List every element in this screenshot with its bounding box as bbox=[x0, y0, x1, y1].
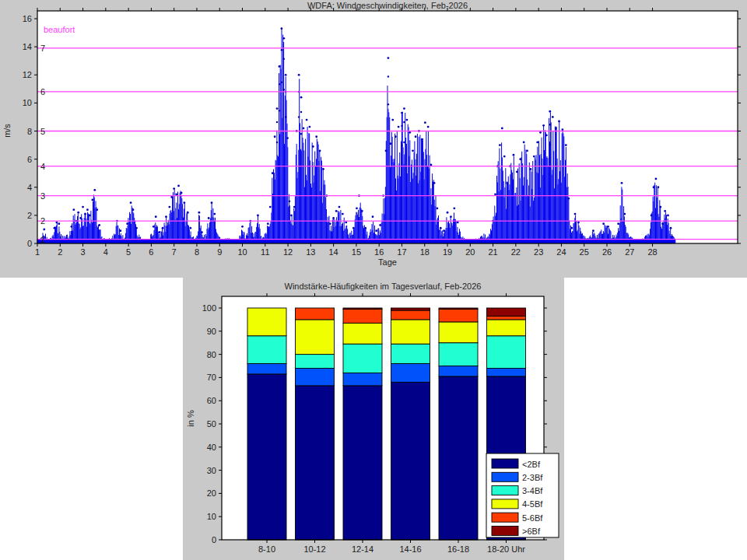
data-marker bbox=[617, 222, 619, 225]
bar-segment-3-4Bf bbox=[247, 336, 286, 364]
data-marker bbox=[670, 227, 672, 229]
data-marker bbox=[403, 142, 405, 143]
wind-chart-ylabel: m/s bbox=[2, 124, 12, 138]
data-marker bbox=[98, 224, 100, 226]
data-marker bbox=[257, 214, 259, 216]
data-marker bbox=[542, 124, 545, 127]
data-marker bbox=[300, 96, 303, 99]
data-marker bbox=[352, 227, 355, 229]
data-marker bbox=[281, 82, 282, 83]
data-marker bbox=[183, 201, 185, 204]
bar-segment-2-3Bf bbox=[439, 366, 478, 376]
data-marker bbox=[155, 215, 157, 218]
data-marker bbox=[86, 208, 89, 211]
wind-speed-axes: 1234567024681012141612345678910111213141… bbox=[23, 8, 741, 257]
beaufort-line-label: 7 bbox=[40, 44, 45, 53]
legend-label: 4-5Bf bbox=[522, 499, 543, 509]
bar-segment-2-3Bf bbox=[296, 368, 335, 385]
data-marker bbox=[213, 213, 216, 215]
data-marker bbox=[361, 210, 363, 212]
data-marker bbox=[427, 126, 430, 128]
frequency-axes: 01020304050607080901008-1010-1212-1414-1… bbox=[202, 293, 559, 554]
data-marker bbox=[655, 178, 658, 180]
y-tick-label: 90 bbox=[207, 327, 216, 336]
data-marker bbox=[424, 121, 426, 124]
data-marker bbox=[403, 121, 405, 123]
data-marker bbox=[267, 222, 269, 225]
data-marker bbox=[93, 189, 96, 191]
bar-segment-3-4Bf bbox=[487, 336, 526, 369]
beaufort-line-label: 3 bbox=[40, 191, 45, 201]
y-tick-label: 100 bbox=[202, 303, 216, 313]
legend-label: <2Bf bbox=[522, 460, 541, 469]
data-marker bbox=[43, 229, 45, 231]
data-marker bbox=[58, 222, 60, 225]
data-marker bbox=[198, 212, 200, 214]
data-marker bbox=[412, 149, 414, 152]
x-tick-label: 21 bbox=[488, 247, 497, 257]
x-tick-label: 12 bbox=[283, 247, 293, 257]
y-tick-label: 10 bbox=[23, 98, 32, 107]
data-marker bbox=[293, 206, 296, 208]
data-marker bbox=[130, 201, 132, 204]
data-marker bbox=[401, 145, 402, 146]
data-marker bbox=[241, 226, 244, 228]
data-marker bbox=[173, 187, 175, 190]
data-marker bbox=[436, 207, 438, 209]
legend-label: >6Bf bbox=[522, 527, 541, 536]
data-marker bbox=[565, 144, 567, 146]
bar-segment->6Bf bbox=[391, 308, 430, 310]
data-marker bbox=[592, 229, 594, 232]
data-marker bbox=[322, 168, 324, 170]
data-marker bbox=[415, 135, 417, 138]
data-marker bbox=[308, 126, 310, 128]
legend-swatch-2-3Bf bbox=[492, 472, 518, 481]
data-marker bbox=[545, 135, 548, 137]
data-marker bbox=[607, 226, 609, 228]
data-marker bbox=[135, 227, 138, 229]
x-tick-label: 20 bbox=[465, 247, 475, 257]
x-tick-label: 19 bbox=[443, 247, 452, 257]
x-tick-label: 23 bbox=[534, 247, 543, 257]
y-tick-label: 2 bbox=[27, 211, 32, 220]
bar-segment-2-3Bf bbox=[487, 368, 526, 376]
wind-speed-plot: 1234567024681012141612345678910111213141… bbox=[0, 0, 747, 278]
bar-segment-2-3Bf bbox=[391, 364, 430, 383]
y-tick-label: 80 bbox=[207, 350, 216, 359]
x-tick-label: 10 bbox=[237, 247, 247, 257]
y-tick-label: 16 bbox=[23, 14, 32, 23]
data-marker bbox=[457, 222, 459, 224]
legend-label: 3-4Bf bbox=[522, 486, 543, 495]
data-marker bbox=[621, 182, 623, 184]
y-tick-label: 4 bbox=[27, 183, 32, 192]
data-marker bbox=[132, 208, 135, 211]
bar-segment->6Bf bbox=[487, 308, 526, 316]
data-marker bbox=[285, 116, 286, 117]
data-marker bbox=[96, 208, 98, 211]
data-marker bbox=[440, 227, 442, 229]
legend-swatch-4-5Bf bbox=[492, 499, 518, 509]
x-tick-label: 15 bbox=[352, 247, 361, 257]
data-marker bbox=[539, 131, 542, 134]
data-marker bbox=[562, 128, 564, 131]
data-marker bbox=[345, 222, 347, 224]
legend-swatch-5-6Bf bbox=[492, 513, 518, 522]
data-marker bbox=[298, 74, 300, 76]
x-tick-label: 22 bbox=[511, 247, 521, 257]
bar-segment-4-5Bf bbox=[439, 322, 478, 343]
data-marker bbox=[91, 199, 93, 201]
bar-segment-5-6Bf bbox=[439, 309, 478, 321]
data-marker bbox=[274, 135, 276, 138]
bar-segment-3-4Bf bbox=[439, 343, 478, 366]
data-marker bbox=[664, 210, 666, 212]
bar-segment-3-4Bf bbox=[391, 344, 430, 363]
data-marker bbox=[312, 145, 314, 148]
data-marker bbox=[385, 149, 388, 152]
data-marker bbox=[519, 158, 521, 160]
beaufort-line-label: 4 bbox=[40, 162, 45, 171]
data-marker bbox=[119, 229, 121, 232]
data-marker bbox=[549, 124, 551, 125]
data-marker bbox=[153, 226, 155, 228]
bar-segment-3-4Bf bbox=[296, 355, 335, 369]
beaufort-line-label: 5 bbox=[40, 127, 45, 136]
